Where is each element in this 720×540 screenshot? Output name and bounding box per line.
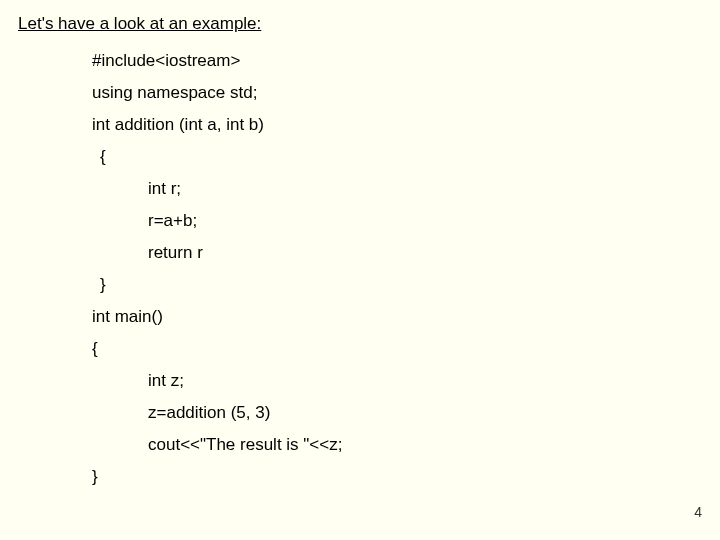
code-line: } bbox=[92, 276, 342, 293]
code-line: } bbox=[92, 468, 342, 485]
slide: Let's have a look at an example: #includ… bbox=[0, 0, 720, 540]
code-line: using namespace std; bbox=[92, 84, 342, 101]
code-line: { bbox=[92, 148, 342, 165]
code-line: z=addition (5, 3) bbox=[92, 404, 342, 421]
code-line: return r bbox=[92, 244, 342, 261]
code-line: int r; bbox=[92, 180, 342, 197]
code-line: r=a+b; bbox=[92, 212, 342, 229]
code-line: { bbox=[92, 340, 342, 357]
code-block: #include<iostream> using namespace std; … bbox=[92, 52, 342, 500]
code-line: cout<<"The result is "<<z; bbox=[92, 436, 342, 453]
page-number: 4 bbox=[694, 504, 702, 520]
code-line: int z; bbox=[92, 372, 342, 389]
intro-text: Let's have a look at an example: bbox=[18, 14, 261, 34]
code-line: int main() bbox=[92, 308, 342, 325]
code-line: int addition (int a, int b) bbox=[92, 116, 342, 133]
code-line: #include<iostream> bbox=[92, 52, 342, 69]
